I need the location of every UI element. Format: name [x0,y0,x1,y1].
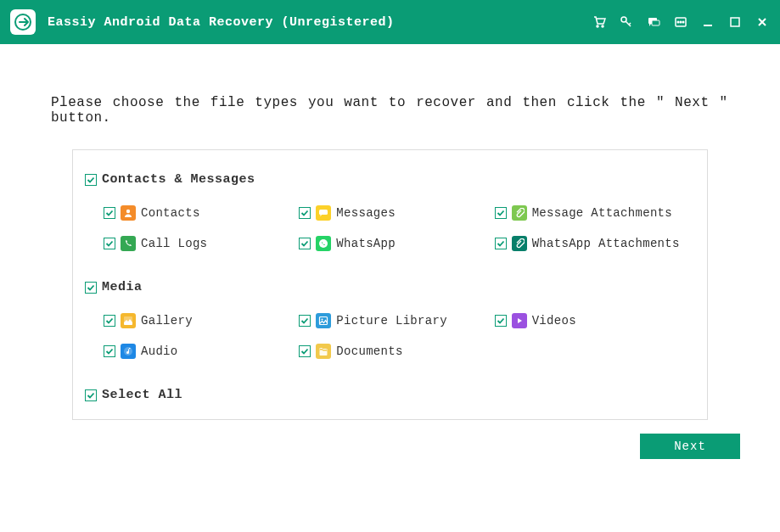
item-checkbox[interactable] [299,238,311,249]
item-label: Documents [336,344,402,358]
svg-rect-11 [731,18,739,26]
window-controls [592,14,770,30]
item-label: Videos [532,314,576,328]
close-icon[interactable] [755,14,770,30]
svg-point-9 [682,21,684,23]
item-checkbox[interactable] [299,345,311,357]
item-checkbox[interactable] [495,238,507,249]
group-checkbox[interactable] [85,282,97,294]
next-button[interactable]: Next [640,434,740,459]
item-checkbox[interactable] [104,207,115,219]
select-all-label: Select All [102,388,182,402]
menu-icon[interactable] [673,14,688,30]
messages-icon [316,205,331,221]
key-icon[interactable] [619,14,634,30]
item-checkbox[interactable] [299,315,311,327]
whatsapp-icon [316,236,331,251]
calllogs-icon [121,236,136,251]
file-type-item[interactable]: Messages [299,205,485,221]
file-type-item[interactable]: Call Logs [104,236,290,251]
minimize-icon[interactable] [700,14,715,30]
file-type-item[interactable]: Contacts [104,205,290,221]
file-type-item[interactable]: Audio [104,344,290,359]
svg-point-12 [126,210,130,213]
documents-icon [316,344,331,359]
select-all[interactable]: Select All [85,388,682,402]
item-checkbox[interactable] [495,315,507,327]
item-checkbox[interactable] [104,315,115,327]
titlebar: Eassiy Android Data Recovery (Unregister… [0,0,780,44]
select-all-checkbox[interactable] [85,389,97,401]
app-title: Eassiy Android Data Recovery (Unregister… [48,15,592,30]
file-type-item[interactable]: Message Attachments [495,205,682,221]
item-label: Messages [336,206,396,220]
item-label: Audio [141,344,178,358]
svg-point-2 [602,25,603,27]
app-logo [10,9,36,35]
gallery-icon [121,313,136,328]
group-header[interactable]: Media [85,280,682,294]
file-type-item[interactable]: Gallery [104,313,290,328]
group-label: Media [102,280,143,294]
item-label: WhatsApp [336,237,396,250]
item-checkbox[interactable] [104,345,115,357]
svg-point-1 [597,25,598,27]
videos-icon [512,313,527,328]
feedback-icon[interactable] [646,14,661,30]
item-label: WhatsApp Attachments [532,237,680,250]
svg-rect-5 [652,20,659,25]
picture-library-icon [316,313,331,328]
svg-point-7 [677,21,679,23]
group-items: ContactsMessagesMessage AttachmentsCall … [85,205,682,251]
group-items: GalleryPicture LibraryVideosAudioDocumen… [85,313,682,359]
footer: Next [0,420,780,459]
item-checkbox[interactable] [104,238,115,249]
attachments-icon [512,205,527,221]
svg-point-14 [319,239,328,248]
file-type-panel: Contacts & MessagesContactsMessagesMessa… [72,149,708,420]
item-checkbox[interactable] [299,207,311,219]
item-label: Message Attachments [532,206,672,220]
file-type-item[interactable]: Picture Library [299,313,485,328]
contacts-icon [121,205,136,221]
svg-point-8 [680,21,682,23]
svg-rect-13 [319,210,328,215]
item-label: Picture Library [336,314,447,328]
item-label: Call Logs [141,237,207,250]
cart-icon[interactable] [592,14,607,30]
svg-point-17 [322,319,323,321]
instruction-text: Please choose the file types you want to… [0,44,780,149]
file-type-item[interactable]: WhatsApp Attachments [495,236,682,251]
item-label: Contacts [141,206,200,220]
group-checkbox[interactable] [85,174,97,186]
maximize-icon[interactable] [727,14,743,30]
file-type-item[interactable]: Documents [299,344,485,359]
audio-icon [121,344,136,359]
item-label: Gallery [141,314,193,328]
item-checkbox[interactable] [495,207,507,219]
whatsapp-attach-icon [512,236,527,251]
group-header[interactable]: Contacts & Messages [85,172,682,187]
group-label: Contacts & Messages [102,172,255,187]
file-type-item[interactable]: WhatsApp [299,236,485,251]
file-type-item[interactable]: Videos [495,313,682,328]
